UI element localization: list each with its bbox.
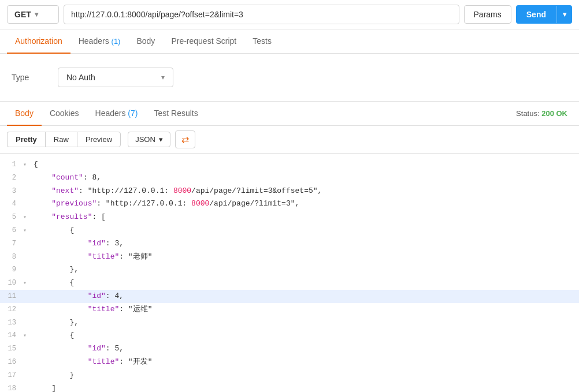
code-line: 7 "id": 3,	[0, 237, 579, 251]
format-chevron-icon: ▾	[159, 135, 163, 144]
line-number: 1	[0, 159, 23, 170]
code-line: 10▾ {	[0, 277, 579, 290]
line-number: 3	[0, 186, 23, 197]
line-number: 17	[0, 370, 23, 381]
line-content: }	[31, 369, 579, 382]
tab-authorization[interactable]: Authorization	[7, 29, 70, 54]
format-label: JSON	[135, 135, 155, 144]
method-selector[interactable]: GET ▾	[7, 5, 59, 24]
resp-tab-cookies[interactable]: Cookies	[42, 102, 87, 126]
auth-type-value: No Auth	[66, 73, 95, 82]
line-content: },	[31, 317, 579, 329]
line-toggle[interactable]: ▾	[23, 331, 31, 341]
line-number: 4	[0, 199, 23, 210]
auth-section: Type No Auth ▾	[0, 54, 579, 102]
line-number: 5	[0, 212, 23, 223]
line-content: "id": 5,	[31, 343, 579, 355]
line-number: 2	[0, 173, 23, 184]
line-number: 11	[0, 291, 23, 302]
code-line: 1▾{	[0, 158, 579, 171]
line-toggle[interactable]: ▾	[23, 226, 31, 236]
line-content: "next": "http://127.0.0.1: 8000/api/page…	[31, 185, 579, 197]
line-number: 16	[0, 357, 23, 368]
tab-headers[interactable]: Headers (1)	[70, 29, 129, 54]
line-number: 13	[0, 318, 23, 328]
code-line: 5▾ "results": [	[0, 211, 579, 224]
code-line: 6▾ {	[0, 224, 579, 237]
code-line: 15 "id": 5,	[0, 342, 579, 356]
wrap-button[interactable]: ⇄	[175, 130, 195, 148]
resp-tab-body[interactable]: Body	[7, 102, 42, 126]
line-content: "id": 3,	[31, 238, 579, 250]
auth-type-label: Type	[12, 73, 46, 82]
line-number: 15	[0, 344, 23, 354]
line-content: "previous": "http://127.0.0.1: 8000/api/…	[31, 198, 579, 210]
line-number: 10	[0, 278, 23, 289]
preview-button[interactable]: Preview	[77, 132, 121, 147]
tab-body[interactable]: Body	[128, 29, 163, 54]
send-dropdown-icon[interactable]: ▾	[556, 6, 572, 23]
auth-type-select[interactable]: No Auth ▾	[58, 68, 173, 87]
response-body-code: 1▾{2 "count": 8,3 "next": "http://127.0.…	[0, 154, 579, 392]
method-chevron-icon: ▾	[35, 10, 38, 18]
body-toolbar: Pretty Raw Preview JSON ▾ ⇄	[0, 126, 579, 154]
response-tabs: Body Cookies Headers (7) Test Results St…	[0, 102, 579, 126]
status-value: 200 OK	[541, 109, 567, 118]
code-line: 3 "next": "http://127.0.0.1: 8000/api/pa…	[0, 185, 579, 198]
line-toggle[interactable]: ▾	[23, 160, 31, 170]
tab-tests[interactable]: Tests	[244, 29, 280, 54]
line-content: "results": [	[31, 211, 579, 223]
auth-chevron-icon: ▾	[161, 73, 165, 81]
line-number: 8	[0, 252, 23, 263]
wrap-icon: ⇄	[181, 135, 189, 144]
top-bar: GET ▾ Params Send ▾	[0, 0, 579, 29]
code-line: 18 ]	[0, 382, 579, 392]
send-button[interactable]: Send ▾	[516, 5, 572, 24]
code-line: 2 "count": 8,	[0, 171, 579, 185]
line-content: "id": 4,	[31, 290, 579, 303]
line-content: },	[31, 264, 579, 276]
code-line: 9 },	[0, 263, 579, 277]
line-number: 12	[0, 304, 23, 315]
line-content: {	[31, 225, 579, 237]
raw-button[interactable]: Raw	[45, 132, 77, 147]
line-content: "count": 8,	[31, 172, 579, 184]
tab-pre-request[interactable]: Pre-request Script	[163, 29, 244, 54]
request-tabs: Authorization Headers (1) Body Pre-reque…	[0, 29, 579, 54]
line-toggle[interactable]: ▾	[23, 279, 31, 288]
format-selector[interactable]: JSON ▾	[128, 132, 170, 147]
status-area: Status: 200 OK	[516, 109, 572, 118]
code-line: 13 },	[0, 316, 579, 330]
status-label: Status:	[516, 109, 539, 118]
send-label: Send	[516, 5, 556, 24]
code-line: 17 }	[0, 369, 579, 382]
params-button[interactable]: Params	[464, 5, 511, 24]
code-line: 8 "title": "老师"	[0, 251, 579, 264]
resp-tab-headers[interactable]: Headers (7)	[87, 102, 146, 126]
line-toggle[interactable]: ▾	[23, 213, 31, 222]
view-mode-group: Pretty Raw Preview	[7, 132, 121, 147]
code-line: 14▾ {	[0, 329, 579, 342]
code-line: 12 "title": "运维"	[0, 303, 579, 316]
line-content: "title": "运维"	[31, 304, 579, 316]
line-number: 6	[0, 225, 23, 236]
line-content: ]	[31, 383, 579, 392]
resp-tab-test-results[interactable]: Test Results	[146, 102, 206, 126]
line-number: 9	[0, 264, 23, 275]
method-label: GET	[14, 10, 31, 19]
line-content: "title": "老师"	[31, 251, 579, 263]
line-content: "title": "开发"	[31, 356, 579, 368]
code-line: 11 "id": 4,	[0, 290, 579, 303]
line-content: {	[31, 159, 579, 171]
code-line: 4 "previous": "http://127.0.0.1: 8000/ap…	[0, 197, 579, 211]
line-number: 18	[0, 383, 23, 392]
line-content: {	[31, 277, 579, 289]
code-line: 16 "title": "开发"	[0, 356, 579, 369]
line-number: 7	[0, 238, 23, 249]
line-number: 14	[0, 330, 23, 341]
auth-row: Type No Auth ▾	[12, 68, 567, 87]
line-content: {	[31, 330, 579, 342]
pretty-button[interactable]: Pretty	[7, 132, 45, 147]
url-input[interactable]	[64, 5, 459, 24]
